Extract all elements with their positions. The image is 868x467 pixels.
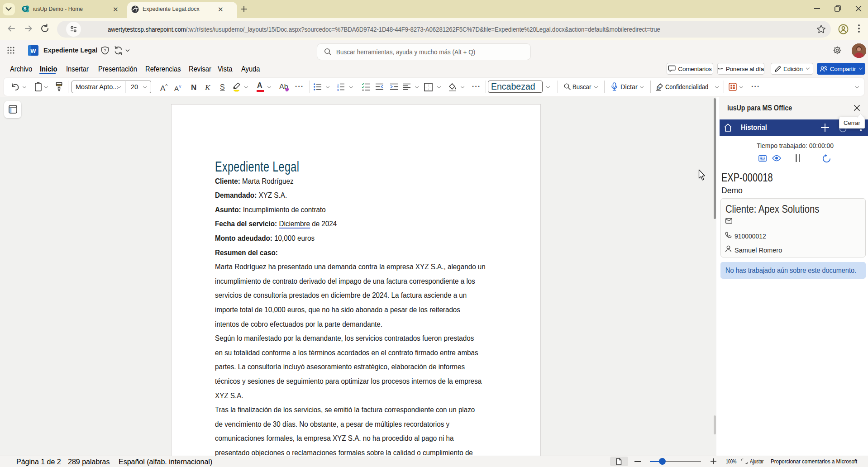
svg-text:S: S (24, 6, 27, 11)
svg-text:3: 3 (337, 88, 339, 91)
svg-text:?: ? (104, 48, 106, 53)
svg-text:W: W (30, 48, 36, 54)
